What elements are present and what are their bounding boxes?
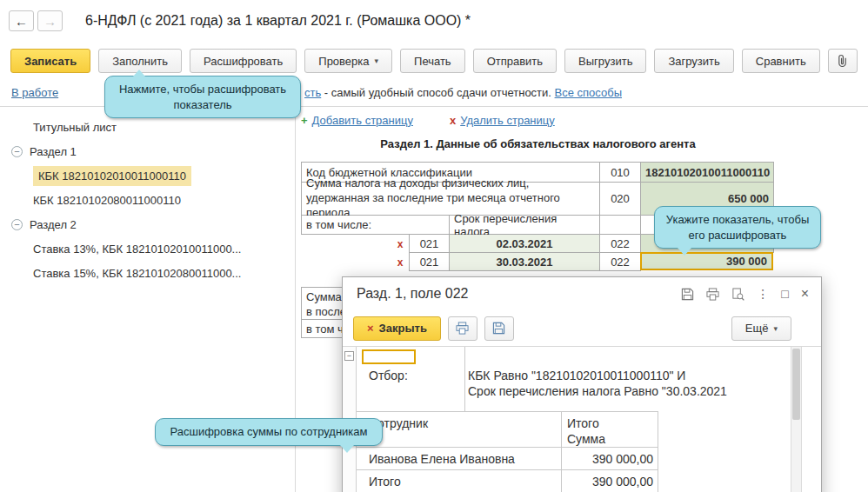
delete-row-icon[interactable]: x [391, 235, 409, 253]
section-title: Раздел 1. Данные об обязательствах налог… [301, 137, 775, 150]
close-x-icon: × [367, 322, 374, 335]
kbk-value-cell[interactable]: 18210102010011000110 [641, 162, 774, 183]
tree-item-section1[interactable]: −Раздел 1 [0, 139, 295, 163]
tree-item-kbk2[interactable]: КБК 18210102080011000110 [0, 188, 295, 212]
compare-button[interactable]: Сравнить [742, 49, 820, 73]
more-label: Ещё [745, 322, 769, 335]
grid-line [357, 469, 658, 470]
dialog-scrollbar[interactable] [791, 347, 802, 492]
collapse-icon[interactable]: − [11, 219, 23, 230]
filter-line1: КБК Равно "18210102010011000110" И [468, 369, 685, 382]
reporting-service-link[interactable]: сть [304, 86, 321, 99]
row-spacer [301, 253, 391, 271]
chevron-down-icon: ▾ [375, 57, 379, 65]
filter-line2: Срок перечисления налога Равно "30.03.20… [468, 384, 727, 398]
close-icon[interactable]: × [801, 287, 809, 301]
column-header-total: Итого [567, 416, 599, 430]
tree-item-kbk1[interactable]: КБК 18210102010011000110 [0, 163, 295, 188]
dialog-titlebar[interactable]: Разд. 1, поле 022 ⋮ □ × [343, 277, 821, 310]
import-button[interactable]: Загрузить [654, 49, 733, 73]
maximize-icon[interactable]: □ [781, 288, 788, 300]
deadline-header: Срок перечисления налога [450, 216, 600, 235]
filter-label: Отбор: [369, 369, 408, 382]
row-spacer [301, 235, 391, 253]
back-icon: ← [15, 14, 28, 29]
delete-row-icon[interactable]: x [391, 253, 409, 271]
tree-item-label: Раздел 1 [30, 145, 77, 158]
employee-sum-cell[interactable]: 390 000,00 [556, 452, 653, 466]
delete-page-label: Удалить страницу [460, 114, 555, 127]
scrollbar-thumb[interactable] [792, 349, 800, 420]
paperclip-icon [837, 54, 848, 68]
tree-item-section2[interactable]: −Раздел 2 [0, 212, 295, 236]
back-button[interactable]: ← [9, 10, 34, 31]
tooltip-text: Расшифровка суммы по сотрудникам [170, 425, 368, 438]
selected-cell[interactable] [362, 349, 416, 364]
row-label: Сумма налога на доходы физических лиц, у… [301, 183, 600, 216]
attach-button[interactable] [828, 49, 858, 73]
page-title: 6-НДФЛ (с 2021 года) за 1 квартал 2021 г… [85, 13, 471, 29]
tree-item-rate15[interactable]: Ставка 15%, КБК 18210102080011000... [0, 261, 295, 285]
check-button-label: Проверка [318, 55, 369, 68]
decryption-dialog: Разд. 1, поле 022 ⋮ □ × ×Закрыть Ещё▾ − … [342, 276, 822, 492]
tooltip-tail [133, 70, 145, 76]
dialog-save-button[interactable] [484, 316, 514, 341]
collapse-icon[interactable]: − [11, 146, 23, 157]
grid-line [357, 447, 658, 448]
column-header-sum: Сумма [567, 432, 605, 446]
sum-022-cell-selected[interactable]: 390 000 [640, 252, 773, 270]
print-icon[interactable] [706, 288, 719, 301]
forward-button[interactable]: → [37, 10, 63, 31]
row-code: 021 [409, 253, 450, 271]
employee-name-cell[interactable]: Иванова Елена Ивановна [369, 452, 515, 466]
tooltip-text: Нажмите, чтобы расшифровать показатель [119, 83, 286, 111]
add-page-link[interactable]: +Добавить страницу [301, 114, 413, 127]
tree-item-label: Раздел 2 [30, 218, 77, 231]
import-button-label: Загрузить [668, 55, 719, 68]
tree-item-label-selected: КБК 18210102010011000110 [33, 166, 191, 186]
all-ways-link[interactable]: Все способы [555, 86, 622, 99]
row-code: 010 [600, 162, 641, 183]
forward-icon: → [43, 14, 57, 29]
grid-line [464, 347, 465, 411]
group-collapse-icon[interactable]: − [344, 351, 354, 361]
save-button[interactable]: Записать [10, 49, 90, 73]
row-code: 020 [600, 183, 641, 216]
tree-item-label: Ставка 13%, КБК 18210102010011000... [33, 243, 241, 256]
tooltip-tail [340, 445, 354, 453]
tooltip-decrypt-button: Нажмите, чтобы расшифровать показатель [104, 76, 301, 118]
save-icon [492, 322, 505, 335]
preview-icon[interactable] [731, 288, 744, 301]
dialog-more-button[interactable]: Ещё▾ [731, 316, 791, 341]
decrypt-button[interactable]: Расшифровать [190, 49, 297, 73]
add-page-label: Добавить страницу [312, 114, 413, 127]
dialog-close-label: Закрыть [379, 322, 427, 335]
empty-cell [600, 216, 641, 235]
dialog-print-button[interactable] [448, 316, 477, 341]
dialog-close-button[interactable]: ×Закрыть [353, 316, 441, 341]
save-icon[interactable] [681, 288, 694, 301]
decrypt-button-label: Расшифровать [204, 55, 283, 68]
tooltip-tail [678, 248, 691, 256]
tooltip-text: Укажите показатель, чтобы его расшифрова… [666, 213, 810, 242]
check-button[interactable]: Проверка▾ [304, 49, 392, 73]
export-button[interactable]: Выгрузить [564, 49, 646, 73]
print-icon [456, 322, 469, 335]
deadline-date-cell[interactable]: 02.03.2021 [450, 235, 600, 253]
report-state-link[interactable]: В работе [11, 86, 58, 99]
print-button-label: Печать [414, 55, 451, 68]
deadline-date-cell[interactable]: 30.03.2021 [450, 253, 600, 271]
tree-item-rate13[interactable]: Ставка 13%, КБК 18210102010011000... [0, 236, 295, 261]
send-button[interactable]: Отправить [473, 49, 557, 73]
dialog-command-bar: ×Закрыть Ещё▾ [343, 310, 821, 347]
kebab-menu-icon[interactable]: ⋮ [757, 288, 769, 300]
fill-button-label: Заполнить [112, 55, 168, 68]
total-sum-cell: 390 000,00 [556, 475, 653, 489]
delete-page-link[interactable]: xУдалить страницу [450, 114, 555, 127]
tree-item-title-page[interactable]: Титульный лист [0, 115, 295, 139]
grid-line [561, 411, 562, 492]
print-button[interactable]: Печать [400, 49, 465, 73]
row-code: 022 [600, 253, 641, 271]
dialog-window-controls: ⋮ □ × [681, 287, 809, 301]
window-titlebar: ← → 6-НДФЛ (с 2021 года) за 1 квартал 20… [0, 0, 868, 42]
